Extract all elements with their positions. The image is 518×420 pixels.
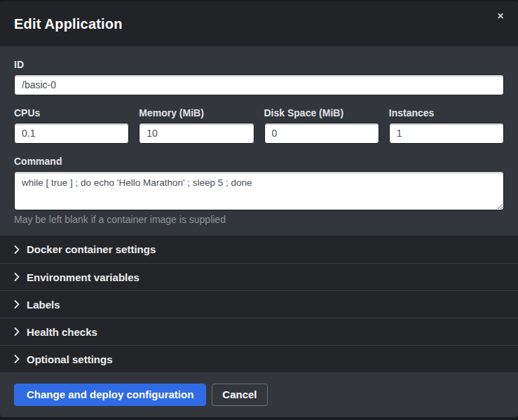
resource-fields-row: CPUs Memory (MiB) Disk Space (MiB) Insta… [14, 107, 504, 144]
cancel-button[interactable]: Cancel [212, 384, 267, 406]
memory-input[interactable] [139, 123, 254, 144]
section-docker-container-settings[interactable]: Docker container settings [0, 236, 518, 263]
command-label: Command [14, 156, 504, 167]
command-textarea[interactable]: while [ true ] ; do echo 'Hello Marathon… [14, 171, 504, 210]
memory-label: Memory (MiB) [139, 107, 254, 118]
section-label: Docker container settings [27, 243, 156, 255]
section-label: Environment variables [27, 271, 139, 283]
instances-input[interactable] [389, 123, 504, 144]
instances-label: Instances [389, 107, 504, 118]
cpus-label: CPUs [14, 107, 129, 118]
disk-space-label: Disk Space (MiB) [264, 107, 379, 118]
section-label: Optional settings [27, 353, 113, 365]
chevron-right-icon [14, 327, 20, 336]
instances-field: Instances [389, 107, 504, 144]
chevron-right-icon [14, 245, 20, 254]
section-labels[interactable]: Labels [0, 290, 518, 318]
chevron-right-icon [14, 273, 20, 281]
disk-space-input[interactable] [264, 123, 379, 144]
command-field: Command while [ true ] ; do echo 'Hello … [14, 156, 504, 225]
section-health-checks[interactable]: Health checks [0, 318, 518, 345]
id-field: ID [14, 59, 504, 95]
close-icon: ✕ [497, 11, 504, 21]
cpus-field: CPUs [14, 107, 129, 144]
edit-application-form: ID CPUs Memory (MiB) Disk Space (MiB) In… [0, 46, 518, 236]
collapsible-sections: Docker container settings Environment va… [0, 236, 518, 372]
cpus-input[interactable] [14, 123, 129, 144]
memory-field: Memory (MiB) [139, 107, 254, 144]
id-input[interactable] [14, 74, 504, 95]
section-optional-settings[interactable]: Optional settings [0, 345, 518, 372]
section-label: Labels [27, 299, 60, 311]
modal-footer: Change and deploy configuration Cancel [0, 372, 518, 417]
id-label: ID [14, 59, 504, 70]
section-label: Health checks [27, 326, 97, 338]
chevron-right-icon [14, 300, 20, 309]
chevron-right-icon [14, 355, 20, 363]
modal-title: Edit Application [14, 16, 123, 32]
section-environment-variables[interactable]: Environment variables [0, 263, 518, 290]
disk-space-field: Disk Space (MiB) [264, 107, 379, 144]
edit-application-modal: Edit Application ✕ ID CPUs Memory (MiB) … [0, 1, 518, 417]
modal-header: Edit Application ✕ [0, 1, 518, 46]
command-help-text: May be left blank if a container image i… [14, 214, 504, 225]
close-button[interactable]: ✕ [494, 11, 507, 22]
change-and-deploy-button[interactable]: Change and deploy configuration [14, 384, 206, 406]
